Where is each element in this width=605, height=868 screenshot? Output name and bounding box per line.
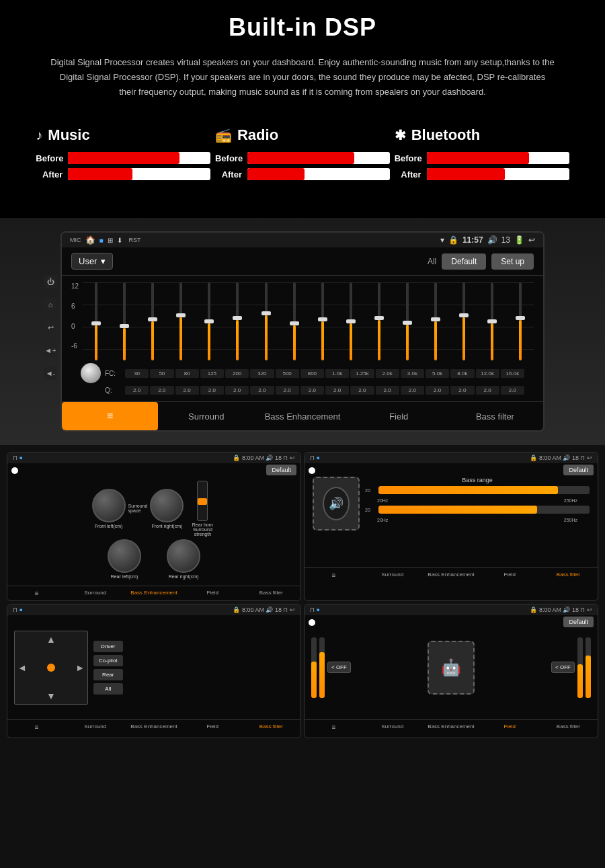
q-cell-11: 2.0 xyxy=(401,386,424,395)
driver-btn[interactable]: Driver xyxy=(93,641,123,652)
eq-fill-4 xyxy=(208,323,210,361)
ss2-tab-eq[interactable]: ≡ xyxy=(305,568,363,582)
controls-right: All Default Set up xyxy=(428,253,534,270)
off-btn-right[interactable]: < OFF xyxy=(551,662,575,673)
ss1-dials: Front left(cm) Surroundspace Front right… xyxy=(11,467,296,539)
dial-rear-horn: Rear hornSurroundstrength xyxy=(189,481,216,537)
eq-track-2 xyxy=(151,282,154,360)
ss1-tab-bassfilter[interactable]: Bass filter xyxy=(242,586,300,600)
ss2-tab-surround[interactable]: Surround xyxy=(363,568,421,582)
eq-thumb-15 xyxy=(516,316,525,320)
eq-fill-5 xyxy=(236,320,239,360)
side-btn-vol-down[interactable]: ◄- xyxy=(44,366,57,380)
bass-sliders-area: Bass range 20 20Hz 250Hz 20 xyxy=(365,477,590,525)
radio-after-track xyxy=(247,168,390,180)
comparison-radio: 📻 Radio Before After xyxy=(215,126,390,184)
ss4-tabs: ≡ Surround Bass Enhancement Field Bass f… xyxy=(305,719,598,734)
ss3-tab-bass[interactable]: Bass Enhancement xyxy=(124,720,183,734)
side-btn-back[interactable]: ↩ xyxy=(44,321,57,334)
side-btn-home[interactable]: ⌂ xyxy=(44,298,57,311)
eq-slider-13[interactable] xyxy=(450,282,477,362)
eq-track-13 xyxy=(462,282,465,360)
ss1-tab-surround[interactable]: Surround xyxy=(66,586,124,600)
off-btn-left[interactable]: < OFF xyxy=(327,662,351,673)
eq-slider-10[interactable] xyxy=(366,282,393,362)
ss4-bat: 18 xyxy=(572,606,579,613)
eq-knob[interactable] xyxy=(81,363,101,383)
side-btn-vol-up[interactable]: ◄+ xyxy=(44,344,57,357)
copilot-btn[interactable]: Co-pilot xyxy=(93,655,123,666)
ss1-default-btn[interactable]: Default xyxy=(266,465,296,475)
top-section: Built-in DSP Digital Signal Processor cr… xyxy=(0,0,605,218)
ss2-tab-bassfilter[interactable]: Bass filter xyxy=(539,568,598,582)
tab-bass-filter[interactable]: Bass filter xyxy=(447,402,543,430)
eq-thumb-12 xyxy=(431,317,440,321)
preset-selector[interactable]: User ▾ xyxy=(71,253,113,270)
bt-before-row: Before xyxy=(395,152,569,164)
ss3-tab-bassfilter[interactable]: Bass filter xyxy=(242,720,300,734)
eq-track-10 xyxy=(378,282,380,360)
ss4-tab-field[interactable]: Field xyxy=(481,720,539,734)
eq-track-5 xyxy=(236,282,239,360)
ss2-tab-bass[interactable]: Bass Enhancement xyxy=(421,568,480,582)
q-cell-13: 2.0 xyxy=(450,386,474,395)
app-icon-1: ■ xyxy=(99,237,104,244)
eq-slider-1[interactable] xyxy=(111,282,138,362)
ss4-tab-eq[interactable]: ≡ xyxy=(305,720,363,734)
eq-slider-12[interactable] xyxy=(422,282,449,362)
screenshot-bass-filter: ⊓ ● 🔒 8:00 AM 🔊 18 ⊓ ↩ Default xyxy=(304,604,598,738)
eq-slider-14[interactable] xyxy=(479,282,506,362)
ss4-tab-surround[interactable]: Surround xyxy=(363,720,421,734)
eq-slider-9[interactable] xyxy=(337,282,364,362)
ss2-tab-field[interactable]: Field xyxy=(481,568,539,582)
field-position-dot[interactable] xyxy=(47,664,55,672)
eq-slider-4[interactable] xyxy=(196,282,223,362)
ss1-tab-bass[interactable]: Bass Enhancement xyxy=(124,586,183,600)
ss1-indicator: ● xyxy=(19,455,23,461)
tab-eq[interactable]: ≡ xyxy=(62,402,158,430)
side-btn-power[interactable]: ⏻ xyxy=(44,275,57,288)
eq-thumb-11 xyxy=(403,321,412,325)
time-display: 11:57 xyxy=(462,235,483,245)
eq-slider-8[interactable] xyxy=(309,282,336,362)
eq-slider-5[interactable] xyxy=(224,282,251,362)
ss1-tab-field[interactable]: Field xyxy=(184,586,242,600)
ss1-screen: ⊓ xyxy=(283,455,288,461)
tab-surround[interactable]: Surround xyxy=(158,402,254,430)
ss4-tab-bassfilter[interactable]: Bass filter xyxy=(539,720,598,734)
ss4-default-btn[interactable]: Default xyxy=(563,617,594,627)
eq-slider-2[interactable] xyxy=(139,282,166,362)
eq-slider-6[interactable] xyxy=(253,282,280,362)
tab-bass-enhancement[interactable]: Bass Enhancement xyxy=(254,402,350,430)
eq-slider-3[interactable] xyxy=(167,282,194,362)
ss3-tab-eq[interactable]: ≡ xyxy=(7,720,66,734)
bass-bar-2 xyxy=(378,506,590,514)
ss1-tab-eq[interactable]: ≡ xyxy=(7,586,66,600)
ss4-tab-bass[interactable]: Bass Enhancement xyxy=(421,720,480,734)
eq-thumb-4 xyxy=(204,319,214,323)
ss3-time: 8:00 AM xyxy=(242,606,264,613)
q-cell-12: 2.0 xyxy=(426,386,449,395)
eq-track-3 xyxy=(179,282,182,360)
eq-slider-15[interactable] xyxy=(507,282,534,362)
tab-field[interactable]: Field xyxy=(351,402,447,430)
eq-slider-7[interactable] xyxy=(281,282,308,362)
eq-slider-0[interactable] xyxy=(83,282,110,362)
all-btn[interactable]: All xyxy=(93,683,123,695)
lock-icon: 🔒 xyxy=(448,235,458,245)
radio-after-fill xyxy=(247,168,305,180)
ss2-back: ↩ xyxy=(587,455,592,461)
default-button[interactable]: Default xyxy=(442,253,486,270)
ss1-status: ⊓ ● 🔒 8:00 AM 🔊 18 ⊓ ↩ xyxy=(7,452,300,463)
ss3-tab-surround[interactable]: Surround xyxy=(66,720,124,734)
eq-track-6 xyxy=(265,282,268,360)
before-label: Before xyxy=(36,153,63,163)
q-cell-8: 2.0 xyxy=(325,386,349,395)
rear-btn[interactable]: Rear xyxy=(93,669,123,680)
ss2-default-btn[interactable]: Default xyxy=(563,465,594,475)
mic-label: MIC xyxy=(70,237,81,243)
setup-button[interactable]: Set up xyxy=(491,253,534,270)
eq-slider-11[interactable] xyxy=(394,282,421,362)
ss3-tab-field[interactable]: Field xyxy=(184,720,242,734)
bass-range-title: Bass range xyxy=(365,477,590,483)
